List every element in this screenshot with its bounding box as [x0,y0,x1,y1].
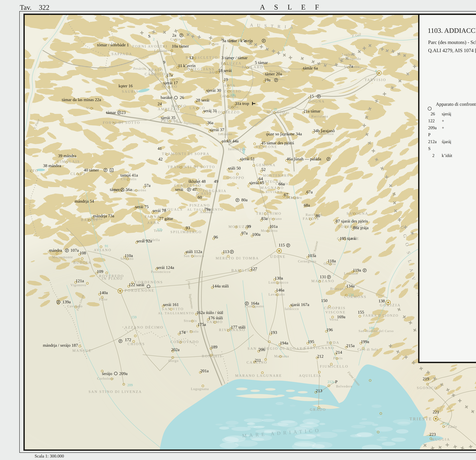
svg-text:223a: 223a [442,422,449,426]
svg-text:támar da las mínas 22a: támar da las mínas 22a [62,97,101,102]
svg-text:17a: 17a [167,73,173,77]
svg-text:Gorgo: Gorgo [169,359,178,363]
svg-text:39 mándra: 39 mándra [58,153,76,158]
svg-text:150: 150 [321,298,327,303]
svg-text:155: 155 [358,310,364,314]
svg-text:Straccis: Straccis [184,319,197,323]
svg-text:77 gátar: 77 gátar [159,216,173,221]
svg-text:122 sarái: 122 sarái [129,282,144,287]
svg-text:TRIESTE: TRIESTE [409,417,432,421]
svg-text:47: 47 [193,187,197,192]
svg-text:5 támar: 5 támar [255,60,268,65]
svg-text:SAN GIÓRGIO DI NOGARO: SAN GIÓRGIO DI NOGARO [247,346,306,351]
svg-text:DOGNA: DOGNA [308,99,325,103]
svg-text:CÁRNICO: CÁRNICO [145,72,166,76]
svg-text:134: 134 [348,293,354,297]
svg-text:serái 92a: serái 92a [137,238,152,243]
svg-text:ÚDINE: ÚDINE [270,255,286,259]
svg-text:176 śtáli: 176 śtáli [208,315,223,320]
svg-text:ARBA: ARBA [147,221,160,225]
svg-text:Cave di Selz: Cave di Selz [357,347,378,351]
svg-text:Tav.: Tav. [20,4,32,11]
svg-text:130a: 130a [275,276,283,280]
svg-text:223: 223 [429,432,436,437]
svg-text:PAULARO: PAULARO [242,65,263,69]
svg-text:tamǫ́ś 41a: tamǫ́ś 41a [120,173,138,178]
svg-text:107a: 107a [70,248,79,253]
svg-text:174: 174 [179,330,186,335]
svg-text:131: 131 [320,274,326,279]
svg-text:88a χráįa: 88a χráįa [353,225,368,230]
svg-text:68a: 68a [304,203,310,208]
svg-text:SAURIS: SAURIS [122,90,139,93]
svg-text:SAN STINO DI LIVENZA: SAN STINO DI LIVENZA [89,390,142,394]
svg-text:215a: 215a [346,343,355,348]
svg-text:189: 189 [211,345,217,349]
svg-text:18 serái: 18 serái [218,68,232,73]
svg-text:46a ʃúnah — paláda: 46a ʃúnah — paláda [287,156,321,161]
svg-text:101a: 101a [269,224,278,229]
svg-text:Palse: Palse [99,297,108,301]
svg-text:mándra: mándra [49,248,62,253]
svg-text:AZZANO DÉCIMO: AZZANO DÉCIMO [125,325,163,329]
svg-text:146a: 146a [276,288,284,292]
svg-text:MONTENARS: MONTENARS [263,174,289,177]
svg-text:AQUILEIA: AQUILEIA [299,374,322,378]
svg-text:támer 20a: támer 20a [265,72,282,76]
svg-text:45 támar des pįōriś: 45 támar des pįōriś [261,140,294,145]
svg-text:Brazzano: Brazzano [330,287,345,291]
svg-text:56a: 56a [126,187,132,192]
svg-text:+: + [442,125,444,130]
svg-text:sįerái 30: sįerái 30 [206,88,221,93]
svg-text:Interneppo: Interneppo [228,147,246,151]
svg-text:Vigonovo: Vigonovo [70,283,86,287]
svg-text:2a: 2a [172,33,176,38]
svg-text:209: 209 [127,383,133,387]
svg-text:IN PIANO: IN PIANO [102,277,123,280]
svg-text:SAVOGNA: SAVOGNA [347,212,368,215]
svg-text:Postoncicco: Postoncicco [151,270,170,274]
svg-text:Cergneu: Cergneu [289,196,302,199]
svg-text:+: + [442,118,444,123]
svg-text:AL TAGLIAMENTO: AL TAGLIAMENTO [158,311,194,315]
svg-text:19b: 19b [230,93,236,97]
svg-text:BUDOIA: BUDOIA [73,261,91,264]
svg-text:138: 138 [378,299,385,303]
svg-text:sįerái 65: sįerái 65 [249,180,264,185]
svg-text:TRAMONTI DI SOPRA: TRAMONTI DI SOPRA [162,152,210,156]
svg-text:195: 195 [308,339,314,344]
svg-text:21a támar: 21a támar [303,109,320,114]
svg-text:60: 60 [198,195,202,200]
svg-text:CERVIGNANO: CERVIGNANO [304,346,334,350]
svg-text:mándrįa 73a: mándrįa 73a [93,214,114,218]
svg-text:118a: 118a [328,259,336,263]
svg-text:211: 211 [255,358,261,363]
svg-text:108: 108 [80,251,86,255]
svg-text:SAN VITO: SAN VITO [162,307,184,311]
svg-text:San Martino del Carso: San Martino del Carso [358,329,394,333]
svg-text:GEMONA: GEMONA [256,163,276,167]
svg-text:śerájo: śerájo [102,371,112,376]
svg-text:134a: 134a [346,284,355,288]
svg-text:12: 12 [189,55,194,60]
svg-text:40 támer: 40 támer [84,168,99,172]
svg-text:CIMOLAIS: CIMOLAIS [57,160,80,164]
svg-text:8: 8 [375,69,377,73]
svg-text:202a: 202a [171,347,179,352]
svg-text:36a: 36a [207,120,213,125]
svg-text:83a: 83a [261,216,268,221]
svg-text:24: 24 [158,101,162,106]
svg-text:3 támęr / támar: 3 támęr / támar [221,55,247,60]
svg-text:S: S [148,34,151,39]
svg-text:Cerneglons: Cerneglons [298,259,316,263]
svg-text:ZUGLIO: ZUGLIO [224,89,241,93]
svg-text:221: 221 [433,410,439,414]
svg-text:seráį 31: seráį 31 [204,108,217,113]
svg-text:34b ʃaraįanŏ: 34b ʃaraįanŏ [313,128,335,133]
svg-text:Apparato di confronto: Apparato di confronto [436,101,476,107]
svg-text:OSOPPO: OSOPPO [227,176,245,180]
svg-text:194a: 194a [280,341,288,345]
svg-text:122: 122 [428,118,435,123]
svg-text:67: 67 [284,192,288,197]
svg-text:11 k’avrín: 11 k’avrín [178,63,196,68]
